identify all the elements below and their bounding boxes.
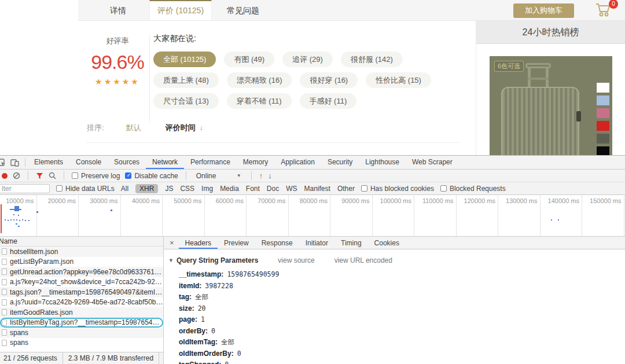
request-row[interactable]: getListByParam.json	[0, 257, 163, 267]
search-icon[interactable]	[49, 172, 56, 179]
devtools-tab-security[interactable]: Security	[321, 156, 359, 169]
record-network-log-icon[interactable]	[2, 173, 8, 179]
filter-type-font[interactable]: Font	[246, 185, 260, 193]
filter-type-css[interactable]: CSS	[180, 185, 194, 193]
sort-direction-icon[interactable]: ↓	[200, 124, 203, 132]
review-tag-pill[interactable]: 有图 (49)	[224, 52, 274, 67]
detail-tab-timing[interactable]: Timing	[334, 237, 368, 249]
devtools-tab-elements[interactable]: Elements	[28, 156, 69, 169]
review-tag-pill[interactable]: 尺寸合适 (13)	[153, 93, 219, 109]
product-tab[interactable]: 常见问题	[212, 0, 274, 20]
devtools-tab-lighthouse[interactable]: Lighthouse	[359, 156, 406, 169]
timeline-request-mark	[16, 219, 17, 220]
view-url-encoded-link[interactable]: view URL encoded	[334, 256, 392, 264]
request-row[interactable]: a.js?key=24hot_show&device_id=7cca242b-9…	[0, 277, 163, 288]
devtools-tab-network[interactable]: Network	[146, 156, 184, 169]
detail-tab-cookies[interactable]: Cookies	[368, 237, 406, 249]
product-tab[interactable]: 评价 (10125)	[149, 0, 212, 20]
suitcase-body	[501, 87, 579, 155]
cart-button[interactable]: 0	[595, 2, 616, 19]
review-tag-pill[interactable]: 穿着不错 (11)	[227, 93, 292, 109]
query-string-section-header[interactable]: ▼ Query String Parameters view source vi…	[168, 256, 625, 264]
network-filter-bar: Hide data URLs AllXHRJSCSSImgMediaFontDo…	[0, 182, 625, 195]
file-icon	[2, 319, 7, 326]
detail-tab-initiator[interactable]: Initiator	[299, 237, 334, 249]
review-tag-pill[interactable]: 全部 (10125)	[153, 52, 216, 67]
name-column-header[interactable]: Name	[0, 237, 163, 247]
rating-summary: 好评率 99.6% ★★★★★	[86, 36, 149, 86]
filter-input[interactable]	[0, 184, 50, 193]
review-tag-pill[interactable]: 性价比高 (15)	[366, 72, 431, 88]
filter-funnel-icon[interactable]	[36, 172, 43, 179]
detail-tab-response[interactable]: Response	[255, 237, 299, 249]
tag-rows: 全部 (10125)有图 (49)追评 (29)很舒服 (142)质量上乘 (4…	[153, 52, 466, 109]
param-value: 1	[201, 315, 205, 323]
devtools-tab-sources[interactable]: Sources	[108, 156, 146, 169]
filter-type-doc[interactable]: Doc	[267, 185, 279, 193]
file-icon	[2, 259, 7, 265]
request-row[interactable]: listByItemByTag.json?__timestamp=1598765…	[0, 318, 163, 328]
request-row[interactable]: spans	[0, 328, 163, 338]
sort-option-review-time[interactable]: 评价时间	[166, 123, 196, 133]
clear-network-log-icon[interactable]	[13, 172, 20, 179]
review-tag-pill[interactable]: 手感好 (11)	[300, 93, 357, 109]
devtools-tab-console[interactable]: Console	[69, 156, 108, 169]
request-row[interactable]: spans	[0, 338, 163, 348]
preserve-log-checkbox[interactable]: Preserve log	[72, 172, 120, 180]
review-tag-pill[interactable]: 很舒服 (142)	[341, 52, 403, 67]
review-tag-pill[interactable]: 漂亮精致 (16)	[227, 72, 292, 88]
filter-type-all[interactable]: All	[121, 185, 128, 193]
timeline-request-mark	[28, 220, 30, 221]
request-row[interactable]: tags.json?__timestamp=1598765490497&item…	[0, 287, 163, 297]
devtools-tab-application[interactable]: Application	[274, 156, 321, 169]
timeline-request-mark	[18, 226, 20, 227]
timeline-tick-label: 60000 ms	[203, 197, 244, 204]
review-tag-pill[interactable]: 很好穿 (16)	[300, 72, 358, 88]
detail-tab-headers[interactable]: Headers	[179, 237, 218, 249]
import-har-icon[interactable]: ↑	[259, 171, 263, 180]
query-param-row: page:1	[179, 314, 625, 326]
request-row[interactable]: a.js?uuid=7cca242b-9269-4b5e-ad72-8cabf5…	[0, 297, 163, 308]
devtools-tab-web-scraper[interactable]: Web Scraper	[406, 156, 459, 169]
blocked-requests-checkbox[interactable]: Blocked Requests	[440, 185, 506, 193]
view-source-link[interactable]: view source	[278, 256, 314, 264]
param-value: 3987228	[205, 282, 233, 290]
inspect-element-icon[interactable]	[0, 159, 6, 167]
file-icon	[2, 329, 7, 336]
hide-data-urls-checkbox[interactable]: Hide data URLs	[56, 185, 115, 193]
color-swatches	[597, 83, 609, 155]
export-har-icon[interactable]: ↓	[268, 171, 272, 180]
detail-tab-preview[interactable]: Preview	[218, 237, 255, 249]
param-key: oldItemOrderBy:	[179, 350, 234, 358]
disable-cache-checkbox[interactable]: Disable cache	[125, 172, 178, 180]
hot-product-image[interactable]: 6色可选	[490, 56, 612, 155]
review-tag-pill[interactable]: 质量上乘 (48)	[153, 72, 219, 88]
request-row[interactable]: getUnread.action?appkey=96ee78c0d9633761…	[0, 267, 163, 277]
request-row[interactable]: hotsellItem.json	[0, 247, 163, 257]
filter-type-other[interactable]: Other	[337, 185, 355, 193]
close-icon[interactable]: ×	[165, 237, 179, 249]
has-blocked-cookies-checkbox[interactable]: Has blocked cookies	[361, 185, 434, 193]
vertical-divider	[149, 35, 150, 123]
timeline-request-mark	[18, 215, 19, 216]
filter-type-js[interactable]: JS	[165, 185, 173, 193]
divider	[28, 171, 28, 180]
product-tab[interactable]: 详情	[87, 0, 149, 20]
add-to-cart-button[interactable]: 加入购物车	[513, 3, 574, 18]
devtools-tab-memory[interactable]: Memory	[237, 156, 274, 169]
filter-type-media[interactable]: Media	[220, 185, 239, 193]
sort-option-default[interactable]: 默认	[126, 123, 141, 133]
request-name: spans	[10, 329, 28, 337]
devtools-tab-performance[interactable]: Performance	[184, 156, 237, 169]
throttling-dropdown[interactable]: Online ▼	[194, 172, 244, 180]
filter-type-xhr[interactable]: XHR	[135, 184, 158, 193]
filter-type-img[interactable]: Img	[201, 185, 213, 193]
network-overview-timeline[interactable]: 10000 ms20000 ms30000 ms40000 ms50000 ms…	[0, 195, 625, 237]
status-segment: 2.3 MB / 7.9 MB transferred	[63, 352, 159, 364]
detail-tabbar: × HeadersPreviewResponseInitiatorTimingC…	[164, 237, 625, 249]
filter-type-ws[interactable]: WS	[286, 185, 297, 193]
request-row[interactable]: itemGoodRates.json	[0, 307, 163, 318]
device-toolbar-icon[interactable]	[10, 159, 19, 167]
filter-type-manifest[interactable]: Manifest	[304, 185, 330, 193]
review-tag-pill[interactable]: 追评 (29)	[282, 52, 333, 67]
